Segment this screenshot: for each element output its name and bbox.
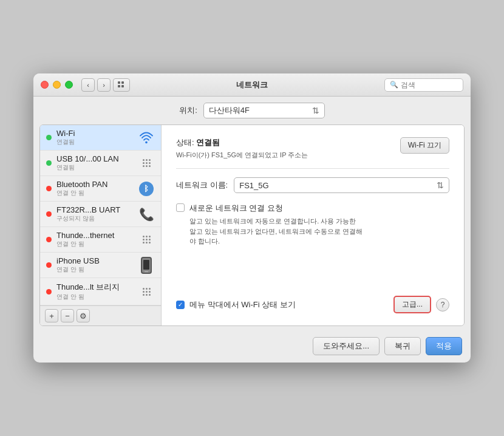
network-status-bluetooth: 연결 안 됨 <box>56 189 133 197</box>
status-value: 연결됨 <box>196 138 220 147</box>
network-item-usb-lan[interactable]: USB 10/...00 LAN 연결됨 <box>40 151 161 176</box>
apply-button[interactable]: 적용 <box>426 337 462 355</box>
menu-bar-checkbox[interactable]: ✓ <box>176 301 185 309</box>
svg-point-4 <box>145 141 148 143</box>
network-status-thunderbolt-bridge: 연결 안 됨 <box>56 293 133 301</box>
sidebar: Wi-Fi 연결됨 <box>40 125 162 325</box>
network-item-info-usb-lan: USB 10/...00 LAN 연결됨 <box>56 154 133 172</box>
network-item-thunderbolt-bridge[interactable]: Thunde...lt 브리지 연결 안 됨 <box>40 278 161 305</box>
revert-button[interactable]: 복귀 <box>384 337 421 355</box>
location-select[interactable]: 다산타워4F ⇅ <box>203 103 325 118</box>
network-name-bluetooth: Bluetooth PAN <box>56 180 133 189</box>
menu-checkbox-row: ✓ 메뉴 막대에서 Wi-Fi 상태 보기 <box>176 299 393 310</box>
network-status-ft232: 구성되지 않음 <box>56 214 133 223</box>
sidebar-toolbar: + − ⚙ <box>40 305 161 325</box>
main-content: Wi-Fi 연결됨 <box>39 124 465 326</box>
phone-icon: 📞 <box>138 206 155 223</box>
bluetooth-symbol: ᛒ <box>139 182 154 196</box>
bottom-row: ✓ 메뉴 막대에서 Wi-Fi 상태 보기 고급... ? <box>176 291 449 313</box>
network-item-iphone-usb[interactable]: iPhone USB 연결 안 됨 <box>40 253 161 278</box>
status-row: 상태: 연결됨 Wi-Fi이(가) FS1_5G에 연결되었고 IP 주소는 W… <box>176 137 449 160</box>
status-dot-wifi <box>46 135 52 140</box>
spinner-icon: ⇅ <box>312 106 319 115</box>
status-dot-ft232 <box>46 211 52 217</box>
network-name-select[interactable]: FS1_5G ⇅ <box>234 177 449 193</box>
status-left: 상태: 연결됨 Wi-Fi이(가) FS1_5G에 연결되었고 IP 주소는 <box>176 137 390 160</box>
network-status-iphone-usb: 연결 안 됨 <box>56 265 133 274</box>
back-button[interactable]: ‹ <box>81 78 95 92</box>
network-name-thunderbolt-bridge: Thunde...lt 브리지 <box>56 282 133 293</box>
dots-icon-thunderbolt-bridge <box>138 283 155 300</box>
network-name-field-label: 네트워크 이름: <box>176 180 228 191</box>
network-status-wifi: 연결됨 <box>56 138 133 146</box>
network-item-info-thunderbolt-eth: Thunde...thernet 연결 안 됨 <box>56 231 133 248</box>
new-network-checkbox[interactable] <box>176 203 185 212</box>
network-name-usb-lan: USB 10/...00 LAN <box>56 154 133 163</box>
network-item-ft232[interactable]: FT232R...B UART 구성되지 않음 📞 <box>40 202 161 227</box>
status-dot-bluetooth <box>46 186 52 191</box>
window-title: 네트워크 <box>236 80 268 90</box>
network-name-spinner: ⇅ <box>437 180 444 190</box>
search-box[interactable]: 🔍 <box>384 78 463 92</box>
network-name-wifi: Wi-Fi <box>56 129 133 138</box>
network-item-info-thunderbolt-bridge: Thunde...lt 브리지 연결 안 됨 <box>56 282 133 301</box>
location-label: 위치: <box>179 105 197 116</box>
close-button[interactable] <box>41 81 49 89</box>
network-item-wifi[interactable]: Wi-Fi 연결됨 <box>40 125 161 151</box>
menu-bar-label: 메뉴 막대에서 Wi-Fi 상태 보기 <box>189 299 296 310</box>
dots-icon-usb-lan <box>138 155 155 172</box>
detail-help-button[interactable]: ? <box>436 298 449 312</box>
network-name-iphone-usb: iPhone USB <box>56 256 133 265</box>
wifi-off-button[interactable]: Wi-Fi 끄기 <box>400 137 449 154</box>
network-item-bluetooth[interactable]: Bluetooth PAN 연결 안 됨 ᛒ <box>40 176 161 202</box>
network-name-row: 네트워크 이름: FS1_5G ⇅ <box>176 177 449 193</box>
divider-1 <box>176 168 449 169</box>
iphone-icon <box>138 257 155 274</box>
new-network-checkbox-content: 새로운 네트워크 연결 요청 알고 있는 네트워크에 자동으로 연결합니다. 사… <box>189 203 363 247</box>
network-status-usb-lan: 연결됨 <box>56 163 133 172</box>
advanced-button[interactable]: 고급... <box>393 296 431 313</box>
right-panel: 상태: 연결됨 Wi-Fi이(가) FS1_5G에 연결되었고 IP 주소는 W… <box>162 125 464 325</box>
help-footer-button[interactable]: 도와주세요... <box>313 337 380 355</box>
svg-rect-2 <box>118 85 120 87</box>
svg-rect-3 <box>121 85 124 87</box>
grid-button[interactable] <box>113 78 130 92</box>
network-item-info-ft232: FT232R...B UART 구성되지 않음 <box>56 205 133 223</box>
window-footer: 도와주세요... 복귀 적용 <box>33 332 471 363</box>
search-input[interactable] <box>401 81 458 89</box>
new-network-checkbox-label: 새로운 네트워크 연결 요청 <box>189 203 363 214</box>
status-dot-thunderbolt-bridge <box>46 289 52 295</box>
status-desc: Wi-Fi이(가) FS1_5G에 연결되었고 IP 주소는 <box>176 151 390 160</box>
status-line: 상태: 연결됨 <box>176 137 390 148</box>
network-preferences-window: ‹ › 네트워크 🔍 위치: 다산타워4F ⇅ <box>33 73 471 363</box>
network-name-thunderbolt-eth: Thunde...thernet <box>56 231 133 240</box>
dots-icon-thunderbolt-eth <box>138 231 155 248</box>
location-bar: 위치: 다산타워4F ⇅ <box>33 97 471 124</box>
network-name-field-value: FS1_5G <box>239 181 437 190</box>
titlebar: ‹ › 네트워크 🔍 <box>33 73 471 97</box>
network-item-info-wifi: Wi-Fi 연결됨 <box>56 129 133 146</box>
right-buttons: 고급... ? <box>393 296 449 313</box>
minimize-button[interactable] <box>53 81 61 89</box>
network-name-ft232: FT232R...B UART <box>56 205 133 214</box>
wifi-icon <box>138 129 155 146</box>
forward-button[interactable]: › <box>97 78 111 92</box>
new-network-checkbox-row: 새로운 네트워크 연결 요청 알고 있는 네트워크에 자동으로 연결합니다. 사… <box>176 203 449 247</box>
network-item-info-bluetooth: Bluetooth PAN 연결 안 됨 <box>56 180 133 197</box>
status-dot-usb-lan <box>46 160 52 166</box>
maximize-button[interactable] <box>65 81 73 89</box>
nav-buttons: ‹ › <box>81 78 111 92</box>
location-value: 다산타워4F <box>209 105 308 116</box>
network-status-thunderbolt-eth: 연결 안 됨 <box>56 240 133 248</box>
status-label: 상태: <box>176 138 194 147</box>
svg-rect-1 <box>121 81 124 84</box>
new-network-checkbox-desc: 알고 있는 네트워크에 자동으로 연결합니다. 사용 가능한알고 있는 네트워크… <box>189 216 363 247</box>
remove-network-button[interactable]: − <box>61 309 74 322</box>
network-item-info-iphone-usb: iPhone USB 연결 안 됨 <box>56 256 133 274</box>
network-item-thunderbolt-eth[interactable]: Thunde...thernet 연결 안 됨 <box>40 227 161 253</box>
gear-button[interactable]: ⚙ <box>77 309 90 322</box>
network-list: Wi-Fi 연결됨 <box>40 125 161 305</box>
status-dot-iphone-usb <box>46 262 52 268</box>
status-dot-thunderbolt-eth <box>46 237 52 242</box>
add-network-button[interactable]: + <box>45 309 58 322</box>
